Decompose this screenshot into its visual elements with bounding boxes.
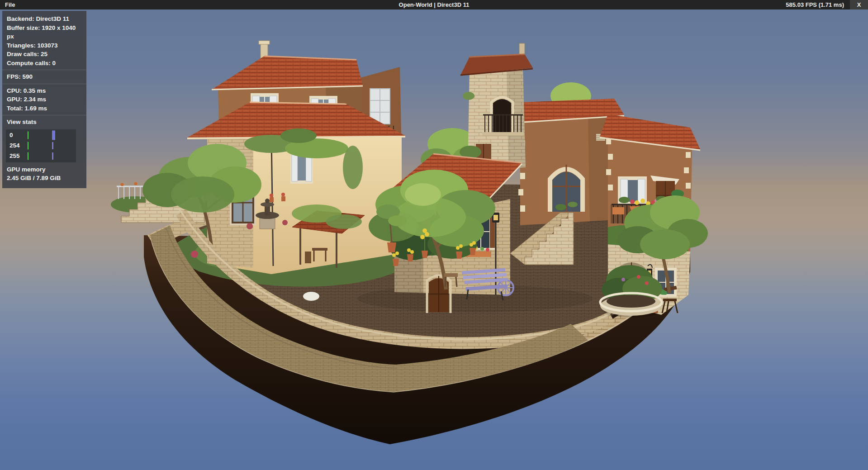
stat-total: Total: 1.69 ms (7, 104, 82, 113)
window-title: Open-World | Direct3D 11 (399, 1, 470, 8)
title-bar: File Open-World | Direct3D 11 585.03 FPS… (0, 0, 868, 9)
histogram-row-label: 0 (9, 131, 13, 140)
green-marker (28, 142, 28, 150)
histogram-row: 254 (6, 141, 76, 151)
purple-marker (52, 131, 55, 140)
stat-triangles: Triangles: 103073 (7, 41, 82, 50)
stat-backend: Backend: Direct3D 11 (7, 14, 82, 24)
close-button[interactable]: X (850, 0, 868, 9)
green-marker (28, 132, 28, 139)
histogram-row-label: 255 (9, 152, 20, 161)
gpu-memory-value: 2.45 GiB / 7.89 GiB (7, 174, 82, 183)
stats-overlay: Backend: Direct3D 11 Buffer size: 1920 x… (2, 11, 86, 188)
stat-gpu: GPU: 2.34 ms (7, 95, 82, 104)
separator (2, 84, 86, 84)
file-menu[interactable]: File (0, 0, 20, 9)
application-window: { "window": { "title": "Open-World | Dir… (0, 0, 868, 470)
histogram-row: 255 (6, 151, 76, 161)
stat-cpu: CPU: 0.35 ms (7, 86, 82, 95)
view-stats-label: View stats (7, 118, 82, 127)
wooden-door (427, 275, 451, 313)
fps-readout: 585.03 FPS (1.71 ms) (786, 1, 850, 8)
arched-window (550, 165, 583, 212)
viewport-3d[interactable] (0, 0, 868, 470)
stat-draw-calls: Draw calls: 25 (7, 50, 82, 59)
stat-buffer-size: Buffer size: 1920 x 1040 px (7, 24, 82, 41)
green-marker (28, 152, 28, 160)
purple-marker (52, 142, 53, 149)
scene-render (0, 0, 868, 470)
separator (2, 115, 86, 115)
stat-compute-calls: Compute calls: 0 (7, 59, 82, 68)
purple-marker (52, 152, 53, 160)
stone-tower (460, 43, 533, 170)
stat-fps: FPS: 590 (7, 72, 82, 81)
view-stats-histogram: 0 254 255 (6, 129, 76, 162)
gpu-memory-label: GPU memory (7, 165, 82, 174)
histogram-row-label: 254 (9, 141, 20, 150)
separator (2, 70, 86, 70)
histogram-row: 0 (6, 130, 76, 141)
